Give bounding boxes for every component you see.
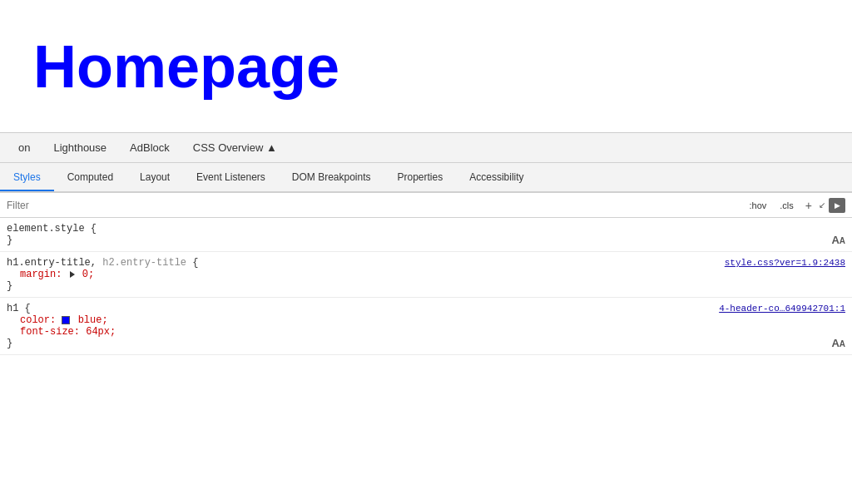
ext-tab-adblock[interactable]: AdBlock	[118, 135, 181, 161]
close-brace-2: }	[7, 280, 12, 292]
devtools-panel: on Lighthouse AdBlock CSS Overview ▲ Sty…	[0, 133, 852, 504]
page-preview: Homepage	[0, 0, 852, 133]
hov-button[interactable]: :hov	[745, 198, 772, 213]
close-brace: }	[7, 235, 12, 246]
cls-button[interactable]: .cls	[775, 198, 799, 213]
selector-h1: h1 {	[7, 303, 31, 314]
h1-header: h1 { color: blue; font-size: 64px; } 4-h…	[7, 303, 845, 349]
element-style-block: element.style { } AA	[0, 218, 852, 252]
color-prop: color: blue;	[7, 314, 108, 326]
color-value: blue;	[78, 314, 108, 326]
element-style-header: element.style { }	[7, 223, 845, 246]
font-size-prop: font-size: 64px;	[7, 326, 116, 338]
page-title: Homepage	[33, 32, 339, 101]
tab-event-listeners[interactable]: Event Listeners	[183, 165, 279, 191]
close-brace-3: }	[7, 338, 12, 349]
h1-selector-area: h1 { color: blue; font-size: 64px; }	[7, 303, 116, 349]
main-tabs-bar: Styles Computed Layout Event Listeners D…	[0, 163, 852, 193]
new-style-rule-button[interactable]: ↙	[819, 200, 825, 210]
margin-name: margin:	[20, 269, 62, 280]
aa-badge-1: AA	[831, 234, 845, 246]
aa-badge-2: AA	[831, 337, 845, 349]
selector-h1h2: h1.entry-title, h2.entry-title {	[7, 257, 198, 269]
selector-text: element.style {	[7, 223, 97, 235]
tab-layout[interactable]: Layout	[126, 165, 183, 191]
ext-tab-on[interactable]: on	[7, 135, 42, 161]
tab-dom-breakpoints[interactable]: DOM Breakpoints	[279, 165, 384, 191]
source-link-1: style.css?ver=1.9:2438	[725, 257, 845, 269]
entry-title-selector-area: h1.entry-title, h2.entry-title { margin:…	[7, 257, 198, 292]
tab-styles[interactable]: Styles	[0, 165, 54, 191]
extension-toolbar: on Lighthouse AdBlock CSS Overview ▲	[0, 133, 852, 163]
h1-block: h1 { color: blue; font-size: 64px; } 4-h…	[0, 298, 852, 355]
filter-bar: :hov .cls + ↙	[0, 193, 852, 218]
triangle-icon[interactable]	[70, 271, 75, 278]
margin-value: 0;	[82, 269, 94, 280]
entry-title-block: h1.entry-title, h2.entry-title { margin:…	[0, 252, 852, 298]
style-css-link[interactable]: style.css?ver=1.9:2438	[725, 258, 845, 268]
source-link-2: 4-header-co…649942701:1	[719, 303, 845, 314]
entry-title-header: h1.entry-title, h2.entry-title { margin:…	[7, 257, 845, 292]
font-size-name: font-size:	[20, 326, 80, 338]
filter-input[interactable]	[7, 200, 745, 211]
color-swatch-blue[interactable]	[62, 316, 70, 324]
font-size-value: 64px;	[86, 326, 116, 338]
tab-properties[interactable]: Properties	[384, 165, 457, 191]
header-css-link[interactable]: 4-header-co…649942701:1	[719, 304, 845, 314]
ext-tab-css-overview[interactable]: CSS Overview ▲	[181, 135, 289, 161]
tab-accessibility[interactable]: Accessibility	[456, 165, 537, 191]
toggle-element-state-button[interactable]	[829, 198, 845, 213]
filter-actions: :hov .cls + ↙	[745, 198, 845, 213]
styles-panel-content: element.style { } AA h1.entry-title, h2.…	[0, 218, 852, 504]
tab-computed[interactable]: Computed	[54, 165, 126, 191]
color-name: color:	[20, 314, 56, 326]
ext-tab-lighthouse[interactable]: Lighthouse	[42, 135, 118, 161]
add-style-button[interactable]: +	[802, 199, 815, 212]
element-style-selector: element.style { }	[7, 223, 97, 246]
margin-prop: margin: 0;	[7, 269, 94, 280]
